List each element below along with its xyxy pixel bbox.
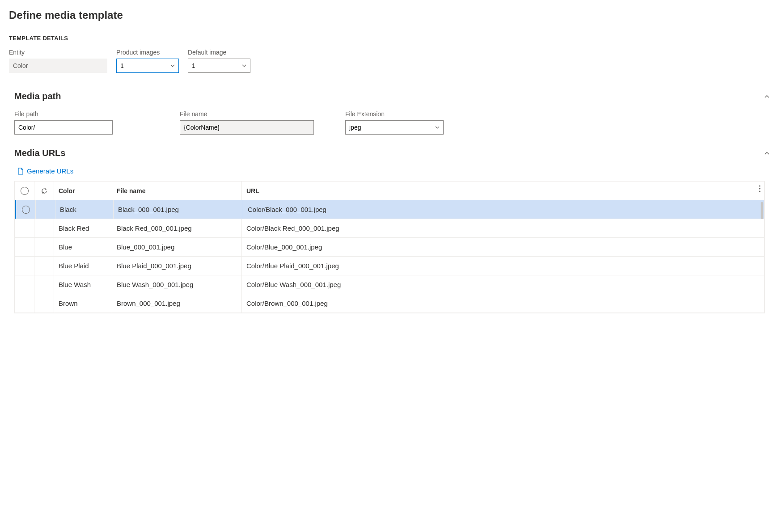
file-extension-dropdown[interactable] — [345, 120, 444, 135]
cell-url: Color/Blue_000_001.jpeg — [242, 238, 764, 256]
svg-point-1 — [759, 188, 761, 190]
scrollbar-thumb[interactable] — [761, 202, 763, 219]
row-refresh-cell — [34, 294, 54, 312]
table-row[interactable]: BlueBlue_000_001.jpegColor/Blue_000_001.… — [15, 238, 764, 257]
cell-url: Color/Blue Wash_000_001.jpeg — [242, 275, 764, 294]
row-refresh-cell — [34, 238, 54, 256]
cell-filename: Black Red_000_001.jpeg — [112, 219, 242, 237]
cell-filename: Brown_000_001.jpeg — [112, 294, 242, 312]
select-all-header[interactable] — [15, 182, 34, 200]
radio-circle-icon — [21, 187, 29, 195]
table-row[interactable]: Black RedBlack Red_000_001.jpegColor/Bla… — [15, 219, 764, 238]
row-selector[interactable] — [15, 219, 34, 237]
file-name-input[interactable] — [180, 120, 314, 135]
cell-filename: Blue Wash_000_001.jpeg — [112, 275, 242, 294]
entity-label: Entity — [9, 49, 107, 56]
product-images-dropdown[interactable] — [116, 59, 179, 73]
radio-circle-icon — [22, 206, 30, 214]
page-title: Define media template — [9, 9, 770, 21]
collapse-icon[interactable] — [764, 150, 770, 156]
column-header-color[interactable]: Color — [54, 182, 112, 200]
cell-url: Color/Black Red_000_001.jpeg — [242, 219, 764, 237]
refresh-header[interactable] — [34, 182, 54, 200]
row-refresh-cell — [34, 257, 54, 275]
file-extension-label: File Extension — [345, 110, 444, 118]
refresh-icon — [41, 187, 48, 194]
column-header-filename[interactable]: File name — [112, 182, 242, 200]
entity-field — [9, 59, 107, 73]
table-row[interactable]: Blue WashBlue Wash_000_001.jpegColor/Blu… — [15, 275, 764, 294]
default-image-dropdown[interactable] — [188, 59, 250, 73]
grid-header: Color File name URL — [15, 182, 764, 200]
row-selector[interactable] — [16, 200, 36, 219]
media-urls-grid: Color File name URL BlackBlack_000_001.j… — [14, 181, 765, 313]
cell-url: Color/Black_000_001.jpeg — [243, 200, 764, 219]
cell-color: Black Red — [54, 219, 112, 237]
cell-filename: Black_000_001.jpeg — [114, 200, 243, 219]
document-icon — [17, 168, 24, 175]
template-details-caption: TEMPLATE DETAILS — [9, 35, 770, 42]
cell-color: Brown — [54, 294, 112, 312]
cell-color: Blue Wash — [54, 275, 112, 294]
media-path-section-title: Media path — [14, 91, 61, 101]
svg-point-0 — [759, 186, 761, 187]
row-refresh-cell — [36, 200, 55, 219]
column-header-url[interactable]: URL — [242, 182, 764, 200]
file-path-input[interactable] — [14, 120, 113, 135]
file-path-label: File path — [14, 110, 113, 118]
row-selector[interactable] — [15, 257, 34, 275]
generate-urls-button[interactable]: Generate URLs — [17, 167, 73, 175]
cell-url: Color/Blue Plaid_000_001.jpeg — [242, 257, 764, 275]
media-urls-section-title: Media URLs — [14, 148, 65, 158]
row-selector[interactable] — [15, 294, 34, 312]
generate-urls-label: Generate URLs — [27, 167, 73, 175]
default-image-label: Default image — [188, 49, 250, 56]
row-refresh-cell — [34, 219, 54, 237]
grid-more-button[interactable] — [759, 185, 761, 192]
table-row[interactable]: BlackBlack_000_001.jpegColor/Black_000_0… — [15, 200, 764, 219]
cell-color: Blue — [54, 238, 112, 256]
table-row[interactable]: BrownBrown_000_001.jpegColor/Brown_000_0… — [15, 294, 764, 313]
table-row[interactable]: Blue PlaidBlue Plaid_000_001.jpegColor/B… — [15, 257, 764, 275]
row-selector[interactable] — [15, 275, 34, 294]
row-refresh-cell — [34, 275, 54, 294]
file-name-label: File name — [180, 110, 314, 118]
cell-color: Blue Plaid — [54, 257, 112, 275]
cell-color: Black — [55, 200, 114, 219]
row-selector[interactable] — [15, 238, 34, 256]
cell-url: Color/Brown_000_001.jpeg — [242, 294, 764, 312]
cell-filename: Blue Plaid_000_001.jpeg — [112, 257, 242, 275]
svg-point-2 — [759, 191, 761, 192]
product-images-label: Product images — [116, 49, 179, 56]
cell-filename: Blue_000_001.jpeg — [112, 238, 242, 256]
collapse-icon[interactable] — [764, 93, 770, 100]
